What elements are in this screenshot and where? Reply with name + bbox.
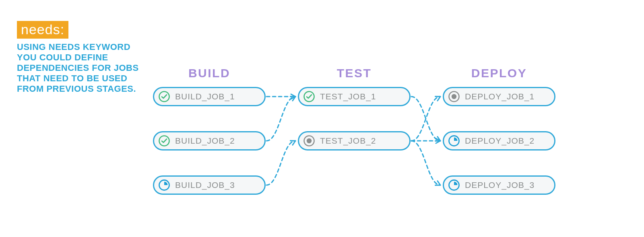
dependency-edge xyxy=(266,97,295,141)
success-icon xyxy=(303,91,315,103)
svg-point-7 xyxy=(452,94,456,99)
dependency-arrowhead xyxy=(435,137,441,143)
job-label: BUILD_JOB_2 xyxy=(175,136,235,146)
dependency-arrowhead xyxy=(436,138,440,143)
dependency-arrowhead xyxy=(435,95,441,101)
pending-icon xyxy=(448,91,460,103)
job-pill-deploy-1: DEPLOY_JOB_2 xyxy=(443,131,555,150)
job-label: DEPLOY_JOB_2 xyxy=(465,136,535,146)
job-pill-build-0: BUILD_JOB_1 xyxy=(153,87,266,106)
needs-badge: needs: xyxy=(17,21,68,39)
pending-icon xyxy=(303,135,315,147)
stage-header-deploy: DEPLOY xyxy=(443,66,555,80)
job-pill-test-1: TEST_JOB_2 xyxy=(298,131,411,150)
dependency-edge xyxy=(411,97,440,141)
job-label: DEPLOY_JOB_3 xyxy=(465,180,535,190)
dependency-arrowhead xyxy=(435,181,441,188)
dependency-edge xyxy=(411,97,440,141)
dependency-edge xyxy=(411,141,440,185)
job-pill-build-1: BUILD_JOB_2 xyxy=(153,131,266,150)
progress-icon xyxy=(448,179,460,191)
job-pill-test-0: TEST_JOB_1 xyxy=(298,87,411,106)
stage-header-test: TEST xyxy=(298,66,411,80)
job-label: BUILD_JOB_3 xyxy=(175,180,235,190)
job-pill-build-2: BUILD_JOB_3 xyxy=(153,175,266,195)
stage-header-build: BUILD xyxy=(153,66,266,80)
job-label: DEPLOY_JOB_1 xyxy=(465,92,535,101)
success-icon xyxy=(158,135,170,147)
job-label: TEST_JOB_2 xyxy=(320,136,376,146)
svg-point-5 xyxy=(307,138,312,143)
progress-icon xyxy=(448,135,460,147)
progress-icon xyxy=(158,179,170,191)
job-label: TEST_JOB_1 xyxy=(320,92,376,101)
job-label: BUILD_JOB_1 xyxy=(175,92,235,101)
description-text: Using needs keyword you could define dep… xyxy=(17,42,142,94)
job-pill-deploy-2: DEPLOY_JOB_3 xyxy=(443,175,555,195)
dependency-arrowhead xyxy=(291,94,295,99)
success-icon xyxy=(158,91,170,103)
dependency-arrowhead xyxy=(290,139,296,145)
dependency-arrowhead xyxy=(290,95,296,101)
dependency-edge xyxy=(266,141,295,185)
job-pill-deploy-0: DEPLOY_JOB_1 xyxy=(443,87,555,106)
